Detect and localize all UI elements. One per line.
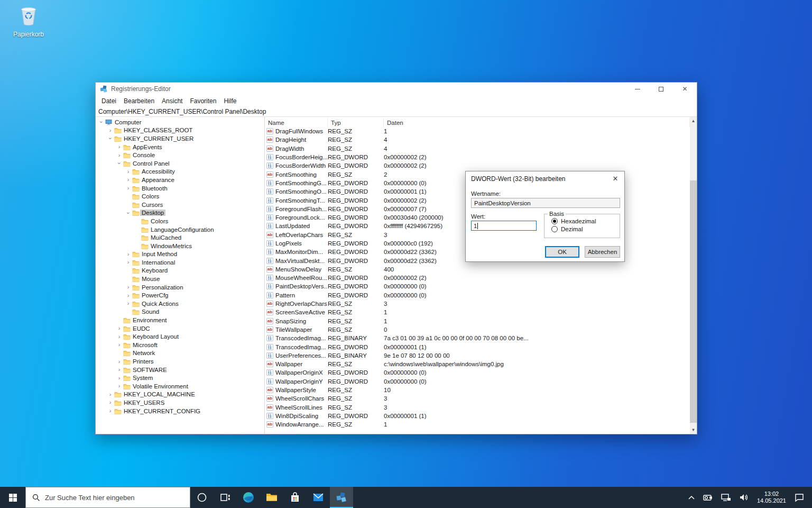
vertical-scrollbar[interactable]: ▲ ▼ (690, 117, 697, 434)
scrollbar-thumb[interactable] (690, 180, 697, 423)
column-header-name[interactable]: Name (265, 118, 328, 127)
taskbar-search[interactable]: Zur Suche Text hier eingeben (25, 487, 190, 508)
taskbar-store-button[interactable] (283, 487, 307, 508)
expand-icon[interactable]: › (125, 185, 132, 191)
expand-icon[interactable]: › (125, 177, 132, 183)
expand-icon[interactable]: › (116, 152, 123, 158)
expand-icon[interactable]: › (116, 334, 123, 340)
registry-value-row[interactable]: 1110WallpaperOriginYREG_DWORD0x00000000 … (265, 377, 690, 386)
title-bar[interactable]: Registrierungs-Editor ✕ (96, 83, 697, 95)
tree-item-personalization[interactable]: ›Personalization (96, 283, 264, 292)
tree-item-hkey-users[interactable]: ›HKEY_USERS (96, 398, 264, 407)
menu-datei[interactable]: Datei (98, 96, 120, 106)
registry-value-row[interactable]: 1110PatternREG_DWORD0x00000000 (0) (265, 291, 690, 300)
expand-icon[interactable]: › (116, 359, 123, 365)
expand-icon[interactable]: › (125, 251, 132, 257)
minimize-button[interactable] (625, 83, 649, 95)
registry-value-row[interactable]: abMenuShowDelayREG_SZ400 (265, 265, 690, 274)
tree-item-volatile-environment[interactable]: ›Volatile Environment (96, 382, 264, 391)
expand-icon[interactable]: › (107, 408, 114, 414)
value-input[interactable]: 1 (471, 221, 537, 231)
registry-value-row[interactable]: abTileWallpaperREG_SZ0 (265, 325, 690, 334)
action-center-button[interactable] (790, 487, 812, 508)
registry-value-row[interactable]: abWallpaperREG_SZc:\windows\web\wallpape… (265, 360, 690, 368)
close-button[interactable]: ✕ (673, 83, 697, 95)
radio-hexadecimal[interactable]: Hexadezimal (551, 218, 620, 224)
menu-hilfe[interactable]: Hilfe (220, 96, 240, 106)
tree-item-appevents[interactable]: ›AppEvents (96, 143, 264, 151)
registry-value-row[interactable]: abDragWidthREG_SZ4 (265, 144, 690, 153)
registry-value-row[interactable]: abWheelScrollCharsREG_SZ3 (265, 394, 690, 403)
registry-value-row[interactable]: abSnapSizingREG_SZ1 (265, 317, 690, 325)
expand-icon[interactable]: › (125, 284, 132, 290)
cancel-button[interactable]: Abbrechen (585, 246, 620, 258)
registry-value-row[interactable]: abWindowArrange...REG_SZ1 (265, 420, 690, 429)
tree-item-hkey-local-machine[interactable]: ›HKEY_LOCAL_MACHINE (96, 391, 264, 399)
tree-item-software[interactable]: ›SOFTWARE (96, 366, 264, 374)
registry-value-row[interactable]: abWheelScrollLinesREG_SZ3 (265, 403, 690, 412)
tree-item-hkey-classes-root[interactable]: ›HKEY_CLASSES_ROOT (96, 126, 264, 135)
expand-icon[interactable]: › (125, 301, 132, 306)
expand-icon[interactable]: › (116, 342, 123, 348)
registry-value-row[interactable]: 1110UserPreferences...REG_BINARY9e 1e 07… (265, 351, 690, 360)
expand-icon[interactable]: › (125, 259, 132, 265)
tree-item-quick-actions[interactable]: ›Quick Actions (96, 300, 264, 308)
tree-item-console[interactable]: ›Console (96, 151, 264, 159)
tree-item-hkey-current-config[interactable]: ›HKEY_CURRENT_CONFIG (96, 407, 264, 415)
tree-item-hkey-current-user[interactable]: ›HKEY_CURRENT_USER (96, 134, 264, 143)
tree-item-control-panel[interactable]: ›Control Panel (96, 159, 264, 168)
registry-value-row[interactable]: abScreenSaveActiveREG_SZ1 (265, 308, 690, 316)
column-header-daten[interactable]: Daten (384, 118, 690, 127)
maximize-button[interactable] (649, 83, 673, 95)
tree-item-powercfg[interactable]: ›PowerCfg (96, 291, 264, 300)
collapse-icon[interactable]: › (107, 135, 113, 142)
collapse-icon[interactable]: › (125, 210, 131, 216)
registry-value-row[interactable]: abDragHeightREG_SZ4 (265, 135, 690, 144)
tree-item-cursors[interactable]: Cursors (96, 201, 264, 209)
tree-item-mouse[interactable]: Mouse (96, 275, 264, 283)
tree-item-sound[interactable]: Sound (96, 308, 264, 316)
expand-icon[interactable]: › (116, 144, 123, 150)
registry-value-row[interactable]: 1110TranscodedImag...REG_BINARY7a c3 01 … (265, 334, 690, 342)
tray-chevron-button[interactable] (684, 487, 699, 508)
registry-value-row[interactable]: 1110FocusBorderWidthREG_DWORD0x00000002 … (265, 161, 690, 170)
expand-icon[interactable]: › (116, 375, 123, 381)
tray-network-button[interactable] (717, 487, 735, 508)
tree-item-colors[interactable]: Colors (96, 217, 264, 225)
taskbar-cortana-button[interactable] (190, 487, 214, 508)
tree-item-languageconfiguration[interactable]: LanguageConfiguration (96, 225, 264, 234)
tree-item-desktop[interactable]: ›Desktop (96, 209, 264, 217)
tree-item-keyboard[interactable]: Keyboard (96, 267, 264, 275)
taskbar-clock[interactable]: 13:02 14.05.2021 (753, 491, 790, 504)
ok-button[interactable]: OK (545, 246, 579, 258)
registry-value-row[interactable]: 1110FocusBorderHeig...REG_DWORD0x0000000… (265, 153, 690, 161)
collapse-icon[interactable]: › (98, 119, 104, 125)
scroll-down-icon[interactable]: ▼ (690, 426, 697, 434)
taskbar-explorer-button[interactable] (260, 487, 283, 508)
expand-icon[interactable]: › (116, 367, 123, 373)
expand-icon[interactable]: › (116, 325, 123, 331)
tree-item-network[interactable]: Network (96, 349, 264, 358)
tree-item-international[interactable]: ›International (96, 258, 264, 267)
menu-bearbeiten[interactable]: Bearbeiten (120, 96, 158, 106)
dialog-title-bar[interactable]: DWORD-Wert (32-Bit) bearbeiten ✕ (466, 171, 624, 186)
menu-favoriten[interactable]: Favoriten (186, 96, 220, 106)
registry-value-row[interactable]: 1110TranscodedImag...REG_DWORD0x00000001… (265, 342, 690, 351)
tree-item-printers[interactable]: ›Printers (96, 357, 264, 366)
taskbar-regedit-button[interactable] (330, 487, 353, 508)
start-button[interactable] (0, 487, 25, 508)
tree-item-colors[interactable]: Colors (96, 192, 264, 201)
expand-icon[interactable]: › (125, 293, 132, 298)
dialog-close-button[interactable]: ✕ (606, 171, 624, 186)
tree-item-eudc[interactable]: ›EUDC (96, 324, 264, 333)
collapse-icon[interactable]: › (116, 160, 122, 167)
radio-decimal[interactable]: Dezimal (551, 226, 620, 232)
scroll-up-icon[interactable]: ▲ (690, 117, 697, 125)
tree-item-bluetooth[interactable]: ›Bluetooth (96, 184, 264, 193)
tree-item-windowmetrics[interactable]: WindowMetrics (96, 242, 264, 250)
recycle-bin[interactable]: Papierkorb (8, 3, 49, 38)
tree-item-appearance[interactable]: ›Appearance (96, 176, 264, 184)
address-bar[interactable]: Computer\HKEY_CURRENT_USER\Control Panel… (96, 106, 697, 117)
tree-item-system[interactable]: ›System (96, 374, 264, 382)
tree-item-computer[interactable]: ›Computer (96, 118, 264, 126)
